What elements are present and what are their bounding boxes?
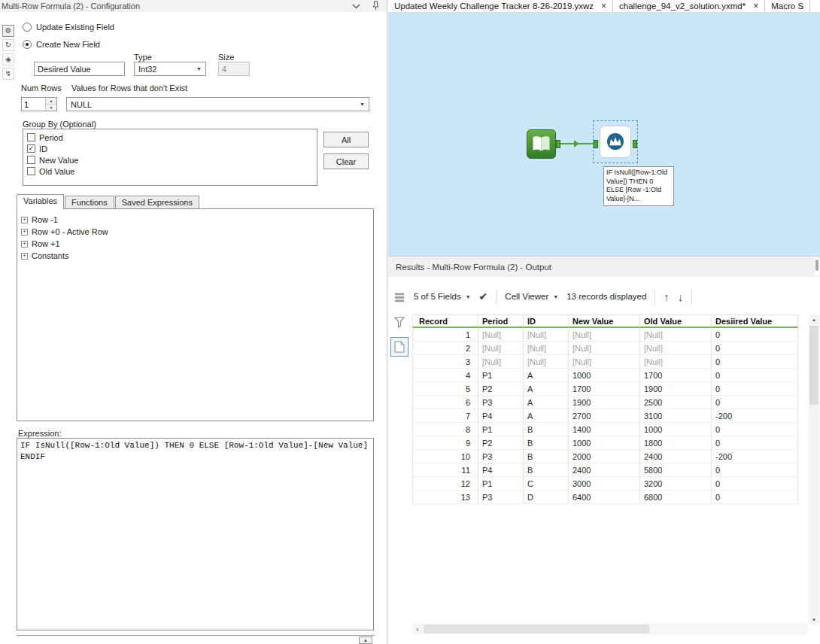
horizontal-scrollbar[interactable]: ‹ bbox=[412, 624, 807, 634]
app-root: Multi-Row Formula (2) - Configuration ⚙ … bbox=[0, 0, 820, 644]
column-header-record[interactable]: Record bbox=[413, 314, 478, 328]
tree-item-row-1[interactable]: +Row +1 bbox=[21, 238, 369, 250]
table-cell: [Null] bbox=[478, 328, 524, 342]
scroll-up-icon[interactable]: ▲ bbox=[809, 314, 819, 324]
configuration-title: Multi-Row Formula (2) - Configuration bbox=[2, 2, 140, 11]
tag-icon[interactable]: ◈ bbox=[2, 53, 14, 65]
gear-icon[interactable]: ⚙ bbox=[2, 25, 14, 37]
table-row[interactable]: 6P3A190025000 bbox=[413, 396, 798, 409]
group-by-item-new-value[interactable]: New Value bbox=[27, 154, 313, 166]
tree-item-row-1[interactable]: +Row -1 bbox=[21, 214, 369, 226]
arrow-down-icon[interactable]: ↓ bbox=[678, 290, 684, 303]
table-cell: 2400 bbox=[569, 463, 640, 477]
lightning-icon[interactable]: ↯ bbox=[2, 68, 14, 80]
table-row[interactable]: 13P3D640068000 bbox=[413, 491, 798, 504]
tab-close-icon[interactable]: × bbox=[601, 2, 606, 11]
table-row[interactable]: 11P4B240058000 bbox=[413, 463, 798, 477]
table-row[interactable]: 10P3B20002400-200 bbox=[413, 450, 798, 463]
chevron-down-icon: ▼ bbox=[553, 294, 558, 299]
tree-item-constants[interactable]: +Constants bbox=[21, 250, 369, 262]
mini-scrollbar[interactable] bbox=[815, 258, 819, 276]
table-row[interactable]: 1[Null][Null][Null][Null]0 bbox=[413, 328, 798, 342]
column-header-id[interactable]: ID bbox=[524, 314, 569, 328]
refresh-icon[interactable]: ↻ bbox=[2, 39, 14, 51]
checkbox-icon[interactable]: ✓ bbox=[27, 144, 35, 153]
table-row[interactable]: 2[Null][Null][Null][Null]0 bbox=[413, 342, 798, 355]
scrollbar-thumb[interactable] bbox=[809, 326, 818, 405]
cell-viewer-label: Cell Viewer bbox=[505, 292, 548, 301]
column-header-old-value[interactable]: Old Value bbox=[640, 314, 712, 328]
group-by-item-period[interactable]: Period bbox=[27, 132, 313, 143]
field-name-input[interactable] bbox=[34, 62, 125, 76]
tool-annotation[interactable]: IF IsNull([Row-1:Old Value]) THEN 0 ELSE… bbox=[603, 166, 674, 206]
table-row[interactable]: 9P2B100018000 bbox=[413, 436, 798, 450]
document-tab-2[interactable]: Macro S bbox=[765, 0, 810, 12]
document-tab-0[interactable]: Updated Weekly Challenge Tracker 8-26-20… bbox=[388, 0, 613, 12]
radio-create-new-field[interactable]: Create New Field bbox=[23, 38, 100, 50]
expand-plus-icon[interactable]: + bbox=[21, 241, 28, 248]
checkbox-icon[interactable] bbox=[27, 156, 35, 164]
group-by-item-id[interactable]: ✓ID bbox=[27, 143, 313, 154]
workflow-canvas[interactable]: IF IsNull([Row-1:Old Value]) THEN 0 ELSE… bbox=[388, 13, 820, 256]
output-anchor-icon[interactable] bbox=[633, 140, 637, 148]
scrollbar-thumb[interactable] bbox=[424, 624, 649, 633]
expression-editor[interactable]: IF IsNull([Row-1:Old Value]) THEN 0 ELSE… bbox=[17, 438, 374, 630]
column-header-desiired-value[interactable]: Desiired Value bbox=[712, 314, 798, 328]
table-row[interactable]: 3[Null][Null][Null][Null]0 bbox=[413, 355, 798, 369]
table-cell: 0 bbox=[712, 382, 798, 396]
num-rows-stepper[interactable]: ▲ ▼ bbox=[21, 97, 57, 111]
scrollbar-thumb[interactable] bbox=[815, 260, 818, 271]
size-input bbox=[218, 62, 250, 76]
expand-plus-icon[interactable]: + bbox=[21, 217, 28, 223]
table-cell: P1 bbox=[478, 423, 524, 436]
toolbar-separator bbox=[691, 289, 692, 304]
table-row[interactable]: 4P1A100017000 bbox=[413, 369, 798, 382]
spin-up-icon[interactable]: ▲ bbox=[46, 98, 56, 105]
clear-button[interactable]: Clear bbox=[323, 153, 369, 169]
collapse-up-icon[interactable]: ▲ bbox=[359, 636, 372, 644]
type-dropdown-value: Int32 bbox=[138, 65, 156, 74]
results-anchor-strip bbox=[388, 287, 411, 357]
document-tab-1[interactable]: challenge_94_v2_solution.yxmd*× bbox=[613, 0, 765, 12]
vertical-scrollbar[interactable]: ▲ ▼ bbox=[809, 314, 819, 624]
chevron-down-icon[interactable] bbox=[352, 2, 360, 11]
column-header-new-value[interactable]: New Value bbox=[569, 314, 640, 328]
tab-close-icon[interactable]: × bbox=[753, 2, 758, 11]
tab-functions[interactable]: Functions bbox=[65, 196, 114, 209]
table-cell: 2700 bbox=[569, 409, 640, 423]
arrow-up-icon[interactable]: ↑ bbox=[664, 290, 670, 303]
multi-row-formula-tool-icon[interactable] bbox=[600, 126, 631, 158]
num-rows-input[interactable] bbox=[22, 98, 45, 111]
scroll-down-icon[interactable]: ▼ bbox=[809, 615, 819, 624]
table-row[interactable]: 8P1B140010000 bbox=[413, 423, 798, 436]
tab-saved-expressions[interactable]: Saved Expressions bbox=[115, 196, 199, 209]
radio-update-existing-field[interactable]: Update Existing Field bbox=[23, 21, 114, 33]
table-row[interactable]: 5P2A170019000 bbox=[413, 382, 798, 396]
text-input-tool-icon[interactable] bbox=[527, 129, 556, 159]
apply-checkmark-icon[interactable]: ✔ bbox=[479, 290, 488, 302]
table-cell: 3000 bbox=[569, 477, 640, 491]
connections-list-icon[interactable] bbox=[390, 287, 408, 307]
input-anchor-button[interactable] bbox=[390, 312, 408, 332]
table-cell: P3 bbox=[478, 450, 524, 463]
table-row[interactable]: 12P1C300032000 bbox=[413, 477, 798, 491]
expand-plus-icon[interactable]: + bbox=[21, 253, 28, 260]
fields-dropdown[interactable]: 5 of 5 Fields ▼ bbox=[414, 292, 471, 301]
tab-variables[interactable]: Variables bbox=[17, 194, 64, 209]
all-button[interactable]: All bbox=[323, 132, 369, 147]
tree-item-row-0-active-row[interactable]: +Row +0 - Active Row bbox=[21, 226, 369, 238]
cell-viewer-dropdown[interactable]: Cell Viewer ▼ bbox=[505, 292, 558, 301]
table-row[interactable]: 7P4A27003100-200 bbox=[413, 409, 798, 423]
scroll-left-icon[interactable]: ‹ bbox=[412, 624, 423, 634]
group-by-item-old-value[interactable]: Old Value bbox=[27, 166, 313, 177]
checkbox-icon[interactable] bbox=[27, 167, 35, 175]
tree-item-label: Row +1 bbox=[32, 239, 60, 248]
type-dropdown[interactable]: Int32 ▼ bbox=[134, 62, 206, 76]
output-anchor-button[interactable] bbox=[390, 337, 408, 357]
expand-plus-icon[interactable]: + bbox=[21, 229, 28, 235]
column-header-period[interactable]: Period bbox=[478, 314, 524, 328]
rows-dont-exist-dropdown[interactable]: NULL ▼ bbox=[66, 97, 369, 111]
pin-icon[interactable] bbox=[372, 1, 379, 12]
spin-down-icon[interactable]: ▼ bbox=[46, 105, 56, 111]
checkbox-icon[interactable] bbox=[27, 133, 35, 141]
